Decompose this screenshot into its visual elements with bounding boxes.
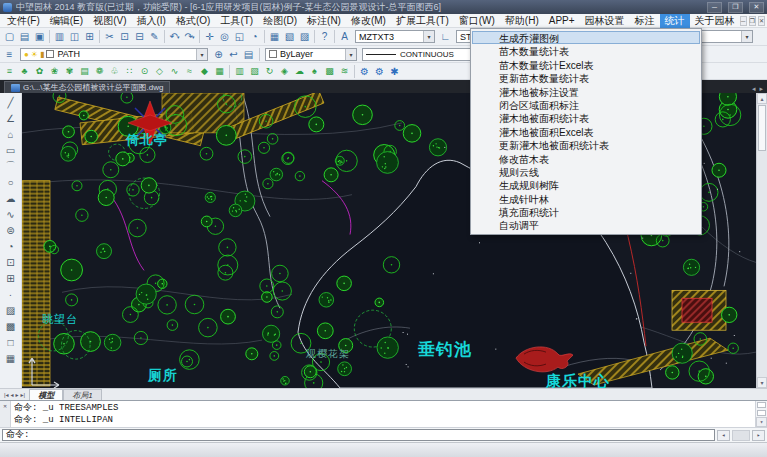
layer-states-icon[interactable]: ▤ — [241, 47, 256, 61]
menu-option-7[interactable]: 灌木地被面积统计表 — [472, 111, 700, 124]
scroll-up-icon[interactable]: ▴ — [757, 93, 767, 104]
layout-nav-icon-2[interactable]: ◂ — [11, 391, 14, 398]
tab-scroll-right-icon[interactable]: ▸ — [759, 85, 763, 93]
make-block-icon[interactable]: ⊞ — [2, 270, 20, 286]
layout-icon[interactable]: ▦ — [267, 30, 282, 44]
zoom-previous-icon[interactable]: ◔ — [247, 30, 262, 44]
canvas-vscrollbar[interactable]: ▴ ▾ — [756, 93, 767, 388]
hatch-icon[interactable]: ▨ — [2, 302, 20, 318]
circle-icon[interactable]: ○ — [2, 174, 20, 190]
menu-option-8[interactable]: 灌木地被面积Excel表 — [472, 125, 700, 138]
stat-table-icon[interactable]: ▥ — [232, 64, 247, 78]
help-icon[interactable]: ? — [317, 30, 332, 44]
tab-scroll-left-icon[interactable]: ◂ — [752, 85, 756, 93]
cloud-line-icon[interactable]: ☁ — [292, 64, 307, 78]
dim-style-icon[interactable]: ∟ — [438, 30, 453, 44]
doc-restore-button[interactable]: ❐ — [749, 16, 756, 26]
settings-gear-icon[interactable]: ⚙ — [357, 64, 372, 78]
menu-item-14[interactable]: 园林设置 — [580, 14, 630, 28]
legend-table-icon[interactable]: ▦ — [212, 64, 227, 78]
tree-array-icon[interactable]: ∷ — [122, 64, 137, 78]
doc-close-button[interactable]: ✕ — [758, 16, 765, 26]
chevron-down-icon[interactable]: ▾ — [423, 31, 434, 42]
menu-item-9[interactable]: 修改(M) — [346, 14, 391, 28]
command-history[interactable]: 命令: _u TREESAMPLES 命令: _u INTELLIPAN — [11, 401, 755, 427]
menu-item-5[interactable]: 格式(O) — [171, 14, 215, 28]
menu-item-2[interactable]: 编辑(E) — [45, 14, 88, 28]
revision-cloud-icon[interactable]: ☁ — [2, 190, 20, 206]
groundcover-icon[interactable]: ✾ — [62, 64, 77, 78]
viewports-icon[interactable]: ▧ — [282, 30, 297, 44]
menu-option-1[interactable]: 生成乔灌图例 — [472, 31, 700, 44]
command-vscrollbar[interactable]: ▾ — [755, 401, 767, 427]
layer-color-swatch[interactable] — [46, 50, 54, 58]
flowerbed-icon[interactable]: ❁ — [92, 64, 107, 78]
print-icon[interactable]: ▥ — [52, 30, 67, 44]
ellipse-icon[interactable]: ⊜ — [2, 222, 20, 238]
layout-nav-icon-3[interactable]: ▸ — [16, 391, 19, 398]
doc-minimize-button[interactable]: ─ — [740, 16, 747, 26]
area-label-icon[interactable]: ◈ — [277, 64, 292, 78]
plot-icon[interactable]: ⊞ — [82, 30, 97, 44]
leveling-icon[interactable]: ≋ — [337, 64, 352, 78]
conifer-forest-icon[interactable]: ♠ — [307, 64, 322, 78]
layer-manager-icon[interactable]: ≡ — [2, 47, 17, 61]
menu-item-3[interactable]: 视图(V) — [88, 14, 131, 28]
chevron-down-icon[interactable]: ▾ — [345, 49, 356, 60]
menu-option-2[interactable]: 苗木数量统计表 — [472, 44, 700, 57]
rock-icon[interactable]: ◆ — [197, 64, 212, 78]
command-close-icon[interactable]: ✕ — [3, 402, 7, 410]
tools-gear-icon[interactable]: ⚙ — [372, 64, 387, 78]
layout-nav-icon-4[interactable]: ▸| — [21, 391, 26, 398]
hedge-icon[interactable]: ♧ — [107, 64, 122, 78]
menu-item-15[interactable]: 标注 — [630, 14, 660, 28]
set-layer-current-icon[interactable]: ⊕ — [211, 47, 226, 61]
scroll-down-icon[interactable]: ▾ — [757, 377, 767, 388]
fill-area-icon[interactable]: ▩ — [322, 64, 337, 78]
menu-option-14[interactable]: 填充面积统计 — [472, 205, 700, 218]
menu-item-12[interactable]: 帮助(H) — [500, 14, 544, 28]
polyline-icon[interactable]: ∠ — [2, 110, 20, 126]
match-properties-icon[interactable]: ✎ — [147, 30, 162, 44]
color-combo[interactable]: ByLayer ▾ — [265, 48, 357, 61]
chevron-down-icon[interactable]: ▾ — [192, 34, 195, 40]
chevron-down-icon[interactable]: ▾ — [196, 49, 207, 60]
menu-item-16[interactable]: 统计 — [660, 14, 690, 28]
spline-icon[interactable]: ∿ — [2, 206, 20, 222]
layer-previous-icon[interactable]: ↩ — [226, 47, 241, 61]
menu-option-4[interactable]: 更新苗木数量统计表 — [472, 71, 700, 84]
shrub-plant-icon[interactable]: ❀ — [47, 64, 62, 78]
chevron-down-icon[interactable]: ▾ — [177, 34, 180, 40]
gradient-icon[interactable]: ▩ — [2, 318, 20, 334]
menu-option-5[interactable]: 灌木地被标注设置 — [472, 85, 700, 98]
cmd-hscroll-thumb[interactable] — [732, 430, 750, 441]
layer-combo[interactable]: ● ☀ ▮ PATH ▾ — [20, 48, 208, 61]
menu-item-7[interactable]: 绘图(D) — [258, 14, 302, 28]
curve-path-icon[interactable]: ∿ — [167, 64, 182, 78]
menu-item-8[interactable]: 标注(N) — [302, 14, 346, 28]
close-button[interactable]: ✕ — [749, 2, 764, 13]
area-boundary-icon[interactable]: ◇ — [152, 64, 167, 78]
menu-option-13[interactable]: 生成针叶林 — [472, 192, 700, 205]
layer-lock-icon[interactable]: ▮ — [40, 50, 44, 59]
layer-freeze-icon[interactable]: ☀ — [31, 50, 38, 59]
new-file-icon[interactable]: ▢ — [2, 30, 17, 44]
plant-list-icon[interactable]: ≡ — [2, 64, 17, 78]
region-icon[interactable]: □ — [2, 334, 20, 350]
excel-table-icon[interactable]: ▧ — [247, 64, 262, 78]
menu-option-15[interactable]: 自动调平 — [472, 218, 700, 231]
pan-icon[interactable]: ✛ — [202, 30, 217, 44]
maximize-button[interactable]: ❐ — [728, 2, 743, 13]
layout-tab-1[interactable]: 模型 — [29, 389, 63, 401]
open-file-icon[interactable]: ▤ — [17, 30, 32, 44]
ellipse-arc-icon[interactable]: ◔ — [2, 238, 20, 254]
text-style-combo[interactable]: MZTXT3 ▾ — [355, 30, 435, 43]
cut-icon[interactable]: ✂ — [102, 30, 117, 44]
save-icon[interactable]: ▣ — [32, 30, 47, 44]
sheet-set-icon[interactable]: ▨ — [297, 30, 312, 44]
layer-on-icon[interactable]: ● — [24, 50, 29, 59]
scroll-down-icon[interactable]: ▾ — [756, 417, 767, 427]
line-icon[interactable]: ╱ — [2, 94, 20, 110]
menu-item-1[interactable]: 文件(F) — [2, 14, 45, 28]
linetype-combo[interactable]: CONTINUOUS ▾ — [362, 48, 484, 61]
